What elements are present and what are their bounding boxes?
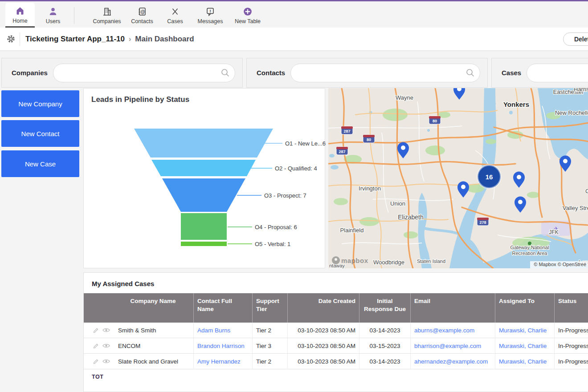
funnel-segment[interactable] [162, 178, 245, 212]
column-header[interactable]: Company Name [113, 293, 194, 323]
nav-divider [74, 7, 74, 24]
highway-shield-number: 278 [479, 220, 486, 225]
highway-shield-number: 287 [339, 150, 345, 154]
search-icon [466, 69, 474, 79]
cell-contact[interactable]: Adam Burns [194, 323, 253, 338]
top-nav-bar: Home Users Companies @ Contacts Cases [0, 0, 588, 28]
column-header[interactable]: Email [411, 293, 495, 323]
funnel-segment[interactable] [181, 242, 227, 246]
funnel-label: O2 - Qualified: 4 [275, 165, 317, 172]
cell-assigned[interactable]: Murawski, Charlie [495, 338, 555, 353]
row-actions[interactable] [84, 323, 113, 338]
new-case-button[interactable]: New Case [1, 150, 79, 177]
table-row[interactable]: Slate Rock and GravelAmy HernandezTier 2… [84, 354, 588, 369]
edit-pencil-icon[interactable] [93, 327, 99, 334]
cell-created: 03-10-2023 08:50 AM [288, 323, 359, 338]
cell-created: 03-10-2023 08:50 AM [288, 354, 359, 369]
table-title: My Assigned Cases [84, 273, 588, 293]
cell-status: In-Progress [555, 354, 588, 369]
row-actions[interactable] [84, 354, 113, 369]
breadcrumb-page-name: Main Dashboard [135, 35, 194, 44]
new-contact-button[interactable]: New Contact [1, 120, 79, 147]
nav-tabs: Home Users Companies @ Contacts Cases [0, 0, 588, 28]
tab-label: Messages [198, 18, 223, 24]
cell-tier: Tier 2 [253, 323, 288, 338]
new-company-button[interactable]: New Company [1, 90, 79, 117]
map-cluster-marker[interactable]: 16 [478, 165, 501, 188]
cell-contact[interactable]: Brandon Harrison [194, 338, 253, 353]
map-attribution[interactable]: © Mapbox © OpenStree [530, 261, 588, 268]
view-eye-icon[interactable] [102, 343, 110, 348]
table-row[interactable]: Smith & SmithAdam BurnsTier 203-10-2023 … [84, 323, 588, 338]
gear-icon[interactable] [4, 34, 17, 44]
cell-contact[interactable]: Amy Hernandez [194, 354, 253, 369]
column-header[interactable]: Support Tier [253, 293, 288, 323]
cell-email[interactable]: bharrison@example.com [411, 338, 495, 353]
column-header[interactable]: Status [555, 293, 588, 323]
contacts-search-input[interactable] [290, 64, 480, 82]
cell-created: 03-10-2023 08:50 AM [288, 338, 359, 353]
funnel-label: O1 - New Le...6 [285, 140, 326, 147]
cell-company: Smith & Smith [113, 323, 194, 338]
highway-shield-number: 80 [367, 137, 371, 142]
companies-search-input[interactable] [53, 64, 235, 82]
tab-home[interactable]: Home [5, 3, 35, 28]
row-actions[interactable] [84, 338, 113, 353]
column-header[interactable]: Assigned To [495, 293, 555, 323]
cell-tier: Tier 3 [253, 338, 288, 353]
breadcrumb-divider [20, 32, 20, 46]
edit-pencil-icon[interactable] [93, 342, 99, 349]
cell-response_due: 03-14-2023 [359, 323, 411, 338]
building-icon [102, 6, 112, 17]
tab-label: Users [46, 18, 61, 24]
table-body: Smith & SmithAdam BurnsTier 203-10-2023 … [84, 323, 588, 369]
view-eye-icon[interactable] [102, 327, 110, 333]
funnel-chart: O1 - New Le...6O2 - Qualified: 4O3 - Pro… [84, 89, 326, 269]
svg-text:@: @ [140, 9, 145, 14]
map-city-label: Staten Island [417, 259, 445, 264]
tab-new-table[interactable]: New Table [230, 3, 265, 28]
view-eye-icon[interactable] [102, 359, 110, 364]
tab-contacts[interactable]: @ Contacts [126, 3, 158, 28]
tab-cases[interactable]: Cases [161, 3, 189, 28]
map-widget[interactable]: ✈ WayneYonkersEastchesterHarrisonNew Roc… [328, 88, 588, 268]
companies-search-label: Companies [12, 69, 48, 77]
tab-messages[interactable]: ! Messages [194, 3, 227, 28]
cell-assigned[interactable]: Murawski, Charlie [495, 323, 555, 338]
column-header[interactable]: Initial Response Due [359, 293, 411, 323]
message-bubble-icon: ! [205, 6, 216, 17]
cases-search-label: Cases [502, 69, 521, 77]
highway-shield-icon: 287 [341, 126, 353, 134]
cell-email[interactable]: aburns@example.com [411, 323, 495, 338]
highway-shield-icon: 80 [363, 135, 375, 143]
plus-circle-icon [242, 6, 253, 17]
column-header[interactable] [84, 293, 113, 323]
table-row[interactable]: ENCOMBrandon HarrisonTier 303-10-2023 08… [84, 338, 588, 354]
map-city-label: Woodbridge [373, 259, 404, 266]
column-header[interactable]: Contact Full Name [194, 293, 253, 323]
column-header[interactable]: Date Created [288, 293, 359, 323]
contacts-search-label: Contacts [257, 69, 285, 77]
pin-dot [563, 159, 568, 163]
cell-status: In-Progress [555, 323, 588, 338]
breadcrumb-app-name[interactable]: Ticketing Starter App_11-10 [25, 35, 125, 44]
map-city-label: Yonkers [503, 101, 529, 108]
map-city-label: New Rochelle [555, 109, 588, 116]
delete-button[interactable]: Delete [563, 32, 588, 46]
address-book-icon: @ [137, 6, 147, 17]
tab-users[interactable]: Users [38, 3, 68, 28]
cases-search-input[interactable] [527, 64, 588, 82]
map-city-label: Wayne [396, 94, 413, 101]
highway-shield-icon: 278 [477, 218, 489, 226]
tab-companies[interactable]: Companies [90, 3, 124, 28]
funnel-segment[interactable] [151, 160, 256, 176]
cell-assigned[interactable]: Murawski, Charlie [495, 354, 555, 369]
funnel-segment[interactable] [181, 213, 227, 240]
funnel-segment[interactable] [134, 129, 273, 158]
mapbox-logo[interactable]: mapbox [332, 256, 368, 264]
tab-label: New Table [235, 18, 261, 24]
map-city-label: G [585, 188, 588, 194]
cell-email[interactable]: ahernandez@example.com [411, 354, 495, 369]
table-header-row: Company NameContact Full NameSupport Tie… [84, 293, 588, 323]
edit-pencil-icon[interactable] [93, 358, 99, 365]
